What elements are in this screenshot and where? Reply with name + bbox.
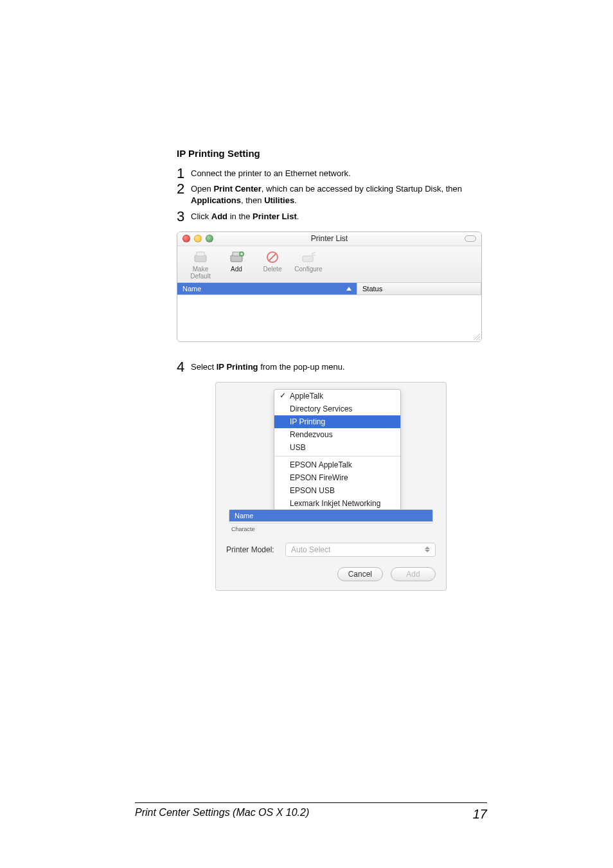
resize-handle-icon[interactable] xyxy=(472,332,480,340)
add-button[interactable]: Add xyxy=(218,249,254,281)
page-number: 17 xyxy=(473,807,487,822)
step-text: , which can be accessed by clicking Star… xyxy=(262,184,462,194)
svg-line-6 xyxy=(269,253,276,261)
printer-list-window: Printer List Make Default Add Delete Con… xyxy=(177,231,482,342)
page-footer: Print Center Settings (Mac OS X 10.2) 17 xyxy=(135,802,487,822)
printer-model-select[interactable]: Auto Select xyxy=(285,543,436,557)
bold-add: Add xyxy=(211,212,227,221)
bold-utilities: Utilities xyxy=(264,195,294,205)
configure-icon xyxy=(299,250,318,264)
step-4: 4 Select IP Printing from the pop-up men… xyxy=(177,361,485,373)
toolbar-label: Make Default xyxy=(190,266,211,280)
step-3: 3 Click Add in the Printer List. xyxy=(177,211,485,222)
step-text: . xyxy=(294,195,297,205)
menu-item-lexmark[interactable]: Lexmark Inkjet Networking xyxy=(274,497,400,510)
step-number: 2 xyxy=(177,179,184,199)
step-text: from the pop-up menu. xyxy=(258,362,345,372)
menu-item-epson-firewire[interactable]: EPSON FireWire xyxy=(274,471,400,484)
character-set-label: Characte xyxy=(229,525,433,534)
name-listbox: Name xyxy=(229,509,433,523)
printer-list-body xyxy=(177,295,481,341)
toolbar-label: Configure xyxy=(294,266,322,273)
connection-sheet: AppleTalk Directory Services IP Printing… xyxy=(215,382,447,591)
step-text: in the xyxy=(227,212,253,221)
footer-title: Print Center Settings (Mac OS X 10.2) xyxy=(135,807,309,822)
toolbar-label: Add xyxy=(231,266,242,273)
step-number: 3 xyxy=(177,207,184,227)
printer-model-value: Auto Select xyxy=(291,545,330,554)
menu-item-epson-appletalk[interactable]: EPSON AppleTalk xyxy=(274,458,400,471)
bold-printer-list: Printer List xyxy=(253,212,297,221)
cancel-button[interactable]: Cancel xyxy=(337,567,383,581)
column-header-name[interactable]: Name xyxy=(177,283,357,294)
window-title: Printer List xyxy=(177,234,481,243)
menu-item-rendezvous[interactable]: Rendezvous xyxy=(274,428,400,441)
make-default-button: Make Default xyxy=(182,249,218,281)
bold-ip-printing: IP Printing xyxy=(217,362,258,372)
step-number: 4 xyxy=(177,357,184,377)
add-button[interactable]: Add xyxy=(391,567,436,581)
step-1: 1 Connect the printer to an Ethernet net… xyxy=(177,168,485,179)
menu-item-appletalk[interactable]: AppleTalk xyxy=(274,390,400,402)
column-header-status[interactable]: Status xyxy=(357,283,481,294)
step-text: Connect the printer to an Ethernet netwo… xyxy=(191,168,351,178)
window-titlebar: Printer List xyxy=(177,232,481,246)
menu-item-epson-usb[interactable]: EPSON USB xyxy=(274,484,400,497)
column-label: Status xyxy=(362,285,382,293)
step-text: Select xyxy=(191,362,217,372)
toolbar-label: Delete xyxy=(263,266,282,273)
menu-item-usb[interactable]: USB xyxy=(274,441,400,454)
column-header-name[interactable]: Name xyxy=(229,510,432,521)
step-2: 2 Open Print Center, which can be access… xyxy=(177,183,485,206)
printer-model-label: Printer Model: xyxy=(226,545,285,554)
step-text: Click xyxy=(191,212,211,221)
step-text: , then xyxy=(241,195,264,205)
sort-indicator-icon xyxy=(346,287,351,291)
menu-separator xyxy=(274,456,400,457)
bold-print-center: Print Center xyxy=(213,184,261,194)
toolbar-toggle-icon[interactable] xyxy=(465,235,476,242)
column-label: Name xyxy=(182,285,201,293)
menu-item-ip-printing[interactable]: IP Printing xyxy=(274,415,400,428)
step-text: Open xyxy=(191,184,213,194)
configure-button: Configure xyxy=(290,249,326,281)
svg-rect-7 xyxy=(303,256,313,262)
step-text: . xyxy=(297,212,299,221)
chevrons-icon xyxy=(425,547,430,552)
delete-icon xyxy=(263,250,282,264)
printer-icon xyxy=(191,250,210,264)
delete-button: Delete xyxy=(254,249,290,281)
printer-add-icon xyxy=(227,250,246,264)
connection-popup-menu[interactable]: AppleTalk Directory Services IP Printing… xyxy=(274,389,401,511)
bold-applications: Applications xyxy=(191,195,241,205)
menu-item-directory-services[interactable]: Directory Services xyxy=(274,402,400,415)
svg-rect-1 xyxy=(197,252,204,256)
section-heading: IP Printing Setting xyxy=(177,148,485,159)
